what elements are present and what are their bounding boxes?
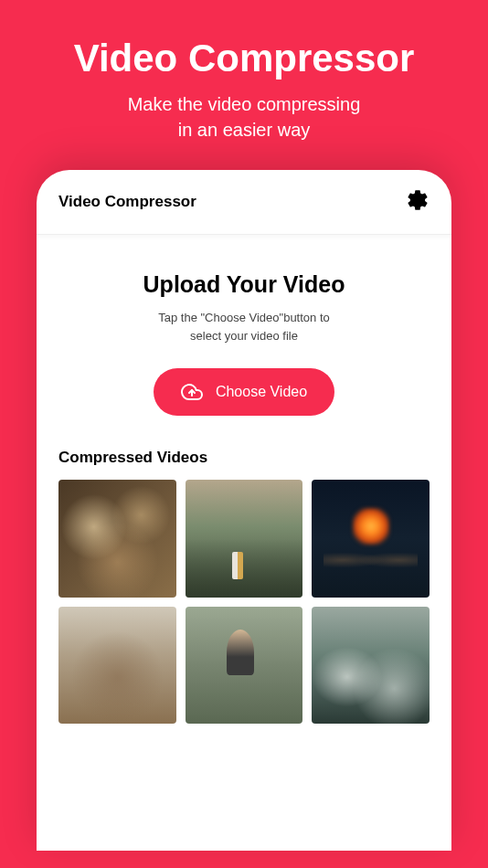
upload-title: Upload Your Video xyxy=(58,271,430,298)
upload-desc-line2: select your video file xyxy=(190,329,298,343)
video-grid xyxy=(58,480,430,724)
cloud-upload-icon xyxy=(181,381,203,403)
hero-subtitle: Make the video compressing in an easier … xyxy=(18,91,470,143)
compressed-section: Compressed Videos xyxy=(37,449,451,724)
hero-title: Video Compressor xyxy=(18,37,470,80)
upload-desc-line1: Tap the "Choose Video"button to xyxy=(158,311,330,324)
gear-icon xyxy=(406,188,430,212)
app-header: Video Compressor xyxy=(37,170,451,235)
phone-frame: Video Compressor Upload Your Video Tap t… xyxy=(37,170,451,851)
video-thumbnail[interactable] xyxy=(186,607,303,725)
video-thumbnail[interactable] xyxy=(312,480,430,598)
choose-video-button[interactable]: Choose Video xyxy=(154,368,334,416)
video-thumbnail[interactable] xyxy=(58,480,176,598)
choose-video-label: Choose Video xyxy=(216,384,307,400)
upload-section: Upload Your Video Tap the "Choose Video"… xyxy=(37,235,451,449)
hero-section: Video Compressor Make the video compress… xyxy=(0,0,488,170)
hero-subtitle-line1: Make the video compressing xyxy=(128,94,361,114)
app-title: Video Compressor xyxy=(58,193,196,211)
video-thumbnail[interactable] xyxy=(58,607,176,725)
upload-description: Tap the "Choose Video"button to select y… xyxy=(58,309,430,344)
compressed-section-title: Compressed Videos xyxy=(58,449,430,467)
video-thumbnail[interactable] xyxy=(312,607,430,725)
hero-subtitle-line2: in an easier way xyxy=(178,120,311,140)
video-thumbnail[interactable] xyxy=(186,480,303,598)
settings-button[interactable] xyxy=(406,188,430,216)
